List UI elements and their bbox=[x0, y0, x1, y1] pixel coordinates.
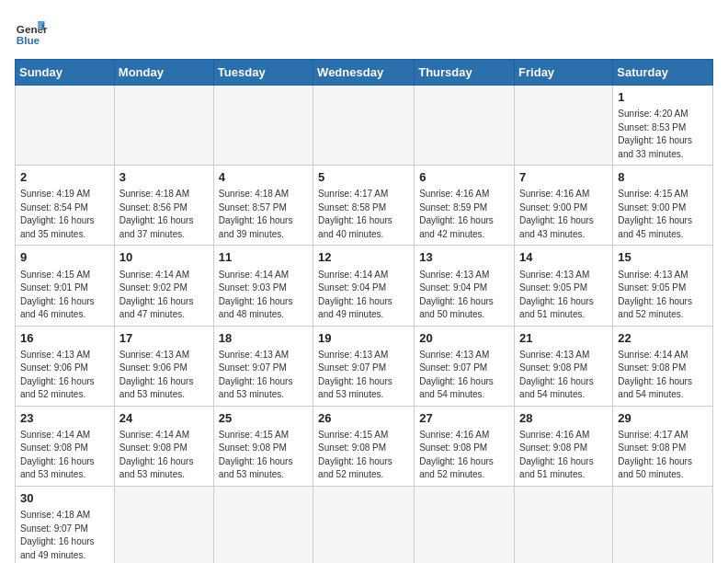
day-info: Sunrise: 4:13 AM Sunset: 9:07 PM Dayligh… bbox=[419, 349, 509, 402]
header-day-friday: Friday bbox=[515, 60, 613, 86]
calendar-cell bbox=[16, 86, 115, 166]
calendar-cell: 25Sunrise: 4:15 AM Sunset: 9:08 PM Dayli… bbox=[213, 406, 313, 486]
day-number: 16 bbox=[20, 330, 109, 347]
day-info: Sunrise: 4:14 AM Sunset: 9:08 PM Dayligh… bbox=[618, 349, 708, 402]
day-info: Sunrise: 4:16 AM Sunset: 9:08 PM Dayligh… bbox=[519, 429, 608, 482]
calendar-cell: 22Sunrise: 4:14 AM Sunset: 9:08 PM Dayli… bbox=[613, 326, 713, 406]
calendar-cell bbox=[313, 86, 415, 166]
calendar-cell: 27Sunrise: 4:16 AM Sunset: 9:08 PM Dayli… bbox=[415, 406, 515, 486]
calendar-cell: 7Sunrise: 4:16 AM Sunset: 9:00 PM Daylig… bbox=[515, 166, 613, 246]
calendar-cell bbox=[515, 86, 613, 166]
header-day-saturday: Saturday bbox=[613, 60, 713, 86]
day-info: Sunrise: 4:13 AM Sunset: 9:04 PM Dayligh… bbox=[419, 269, 509, 322]
day-number: 9 bbox=[20, 249, 109, 266]
calendar-cell bbox=[613, 486, 713, 563]
calendar-cell: 20Sunrise: 4:13 AM Sunset: 9:07 PM Dayli… bbox=[415, 326, 515, 406]
calendar-week-row: 30Sunrise: 4:18 AM Sunset: 9:07 PM Dayli… bbox=[16, 486, 713, 563]
header-day-sunday: Sunday bbox=[16, 60, 115, 86]
day-info: Sunrise: 4:15 AM Sunset: 9:08 PM Dayligh… bbox=[318, 429, 409, 482]
calendar-cell: 4Sunrise: 4:18 AM Sunset: 8:57 PM Daylig… bbox=[213, 166, 313, 246]
calendar-cell: 16Sunrise: 4:13 AM Sunset: 9:06 PM Dayli… bbox=[16, 326, 115, 406]
calendar-cell: 18Sunrise: 4:13 AM Sunset: 9:07 PM Dayli… bbox=[213, 326, 313, 406]
calendar-cell: 15Sunrise: 4:13 AM Sunset: 9:05 PM Dayli… bbox=[613, 246, 713, 326]
day-info: Sunrise: 4:13 AM Sunset: 9:06 PM Dayligh… bbox=[119, 349, 209, 402]
calendar-cell bbox=[313, 486, 415, 563]
calendar-cell: 21Sunrise: 4:13 AM Sunset: 9:08 PM Dayli… bbox=[515, 326, 613, 406]
calendar-cell: 3Sunrise: 4:18 AM Sunset: 8:56 PM Daylig… bbox=[114, 166, 213, 246]
day-info: Sunrise: 4:16 AM Sunset: 8:59 PM Dayligh… bbox=[419, 188, 509, 241]
day-info: Sunrise: 4:16 AM Sunset: 9:08 PM Dayligh… bbox=[419, 429, 509, 482]
svg-text:Blue: Blue bbox=[17, 34, 40, 46]
calendar-cell: 5Sunrise: 4:17 AM Sunset: 8:58 PM Daylig… bbox=[313, 166, 415, 246]
day-info: Sunrise: 4:13 AM Sunset: 9:06 PM Dayligh… bbox=[20, 349, 109, 402]
day-info: Sunrise: 4:15 AM Sunset: 9:00 PM Dayligh… bbox=[618, 188, 708, 241]
day-number: 2 bbox=[20, 169, 109, 186]
header-day-tuesday: Tuesday bbox=[213, 60, 313, 86]
calendar-cell bbox=[515, 486, 613, 563]
day-info: Sunrise: 4:13 AM Sunset: 9:07 PM Dayligh… bbox=[219, 349, 308, 402]
calendar-cell: 1Sunrise: 4:20 AM Sunset: 8:53 PM Daylig… bbox=[613, 86, 713, 166]
day-number: 4 bbox=[219, 169, 308, 186]
calendar-week-row: 23Sunrise: 4:14 AM Sunset: 9:08 PM Dayli… bbox=[16, 406, 713, 486]
page-header: General Blue bbox=[15, 15, 713, 48]
day-number: 22 bbox=[618, 330, 708, 347]
day-number: 18 bbox=[219, 330, 308, 347]
day-number: 8 bbox=[618, 169, 708, 186]
calendar-cell: 2Sunrise: 4:19 AM Sunset: 8:54 PM Daylig… bbox=[16, 166, 115, 246]
day-info: Sunrise: 4:14 AM Sunset: 9:03 PM Dayligh… bbox=[219, 269, 308, 322]
calendar-week-row: 9Sunrise: 4:15 AM Sunset: 9:01 PM Daylig… bbox=[16, 246, 713, 326]
calendar-week-row: 2Sunrise: 4:19 AM Sunset: 8:54 PM Daylig… bbox=[16, 166, 713, 246]
calendar-cell: 8Sunrise: 4:15 AM Sunset: 9:00 PM Daylig… bbox=[613, 166, 713, 246]
day-number: 23 bbox=[20, 410, 109, 427]
day-number: 24 bbox=[119, 410, 209, 427]
calendar-cell bbox=[213, 86, 313, 166]
calendar-cell bbox=[415, 86, 515, 166]
calendar-cell: 17Sunrise: 4:13 AM Sunset: 9:06 PM Dayli… bbox=[114, 326, 213, 406]
calendar-cell bbox=[114, 486, 213, 563]
day-number: 26 bbox=[318, 410, 409, 427]
day-number: 11 bbox=[219, 249, 308, 266]
day-number: 7 bbox=[519, 169, 608, 186]
calendar-cell: 23Sunrise: 4:14 AM Sunset: 9:08 PM Dayli… bbox=[16, 406, 115, 486]
calendar-cell: 26Sunrise: 4:15 AM Sunset: 9:08 PM Dayli… bbox=[313, 406, 415, 486]
calendar-cell: 24Sunrise: 4:14 AM Sunset: 9:08 PM Dayli… bbox=[114, 406, 213, 486]
calendar-week-row: 16Sunrise: 4:13 AM Sunset: 9:06 PM Dayli… bbox=[16, 326, 713, 406]
day-number: 27 bbox=[419, 410, 509, 427]
calendar-cell: 12Sunrise: 4:14 AM Sunset: 9:04 PM Dayli… bbox=[313, 246, 415, 326]
calendar-cell: 13Sunrise: 4:13 AM Sunset: 9:04 PM Dayli… bbox=[415, 246, 515, 326]
day-number: 20 bbox=[419, 330, 509, 347]
day-info: Sunrise: 4:15 AM Sunset: 9:08 PM Dayligh… bbox=[219, 429, 308, 482]
calendar-week-row: 1Sunrise: 4:20 AM Sunset: 8:53 PM Daylig… bbox=[16, 86, 713, 166]
calendar-cell: 19Sunrise: 4:13 AM Sunset: 9:07 PM Dayli… bbox=[313, 326, 415, 406]
day-info: Sunrise: 4:14 AM Sunset: 9:04 PM Dayligh… bbox=[318, 269, 409, 322]
day-number: 15 bbox=[618, 249, 708, 266]
day-number: 25 bbox=[219, 410, 308, 427]
day-info: Sunrise: 4:18 AM Sunset: 8:56 PM Dayligh… bbox=[119, 188, 209, 241]
calendar-cell: 14Sunrise: 4:13 AM Sunset: 9:05 PM Dayli… bbox=[515, 246, 613, 326]
calendar-cell bbox=[213, 486, 313, 563]
day-info: Sunrise: 4:16 AM Sunset: 9:00 PM Dayligh… bbox=[519, 188, 608, 241]
calendar-cell: 30Sunrise: 4:18 AM Sunset: 9:07 PM Dayli… bbox=[16, 486, 115, 563]
calendar-cell bbox=[114, 86, 213, 166]
calendar-cell: 10Sunrise: 4:14 AM Sunset: 9:02 PM Dayli… bbox=[114, 246, 213, 326]
day-number: 28 bbox=[519, 410, 608, 427]
calendar-cell: 11Sunrise: 4:14 AM Sunset: 9:03 PM Dayli… bbox=[213, 246, 313, 326]
calendar-cell: 9Sunrise: 4:15 AM Sunset: 9:01 PM Daylig… bbox=[16, 246, 115, 326]
day-info: Sunrise: 4:20 AM Sunset: 8:53 PM Dayligh… bbox=[618, 108, 708, 161]
day-number: 14 bbox=[519, 249, 608, 266]
day-info: Sunrise: 4:17 AM Sunset: 9:08 PM Dayligh… bbox=[618, 429, 708, 482]
day-number: 30 bbox=[20, 490, 109, 507]
day-number: 29 bbox=[618, 410, 708, 427]
day-info: Sunrise: 4:18 AM Sunset: 9:07 PM Dayligh… bbox=[20, 509, 109, 562]
day-number: 21 bbox=[519, 330, 608, 347]
day-number: 19 bbox=[318, 330, 409, 347]
day-number: 10 bbox=[119, 249, 209, 266]
day-info: Sunrise: 4:15 AM Sunset: 9:01 PM Dayligh… bbox=[20, 269, 109, 322]
day-info: Sunrise: 4:13 AM Sunset: 9:05 PM Dayligh… bbox=[618, 269, 708, 322]
header-day-thursday: Thursday bbox=[415, 60, 515, 86]
day-number: 12 bbox=[318, 249, 409, 266]
calendar-cell bbox=[415, 486, 515, 563]
day-info: Sunrise: 4:13 AM Sunset: 9:07 PM Dayligh… bbox=[318, 349, 409, 402]
day-info: Sunrise: 4:13 AM Sunset: 9:08 PM Dayligh… bbox=[519, 349, 608, 402]
header-day-monday: Monday bbox=[114, 60, 213, 86]
